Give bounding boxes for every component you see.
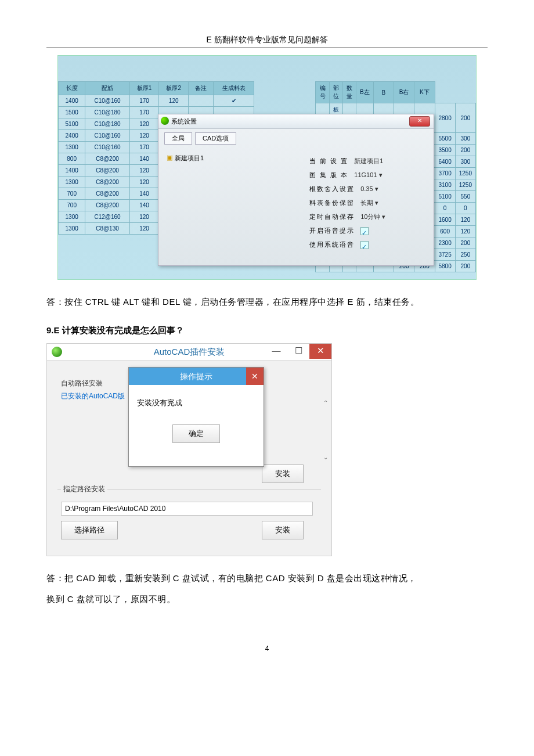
- autosave-label: 定时自动保存: [309, 213, 355, 220]
- table-cell: 1300: [59, 142, 85, 153]
- table-cell: C8@200: [85, 188, 129, 200]
- table-cell: 800: [59, 153, 85, 165]
- answer-9-line1: 答：把 CAD 卸载，重新安装到 C 盘试试，有的电脑把 CAD 安装到 D 盘…: [46, 568, 488, 589]
- table-cell: 700: [59, 188, 85, 200]
- right-col-header: B左: [356, 82, 374, 103]
- modal-ok-button[interactable]: 确定: [172, 424, 220, 443]
- right-col-header: B: [373, 82, 394, 103]
- table-cell: 1250: [455, 179, 475, 191]
- table-cell: C10@180: [85, 118, 129, 130]
- table-cell: 700: [59, 200, 85, 211]
- table-cell: C10@160: [85, 130, 129, 142]
- page-number: 4: [46, 645, 488, 653]
- autosave-dropdown[interactable]: 10分钟: [360, 210, 401, 224]
- right-col-header: B右: [394, 82, 414, 103]
- backup-retention-dropdown[interactable]: 长期: [360, 196, 401, 210]
- table-cell: 6400: [435, 156, 455, 168]
- auto-path-install-label: 自动路径安装: [61, 379, 103, 388]
- table-cell: 200: [455, 237, 475, 249]
- table-cell: 1600: [435, 214, 455, 226]
- table-cell: 120: [129, 177, 159, 188]
- table-cell: 1250: [455, 168, 475, 179]
- close-button[interactable]: ✕: [309, 344, 331, 359]
- table-cell: 140: [129, 153, 159, 165]
- app-icon: [52, 347, 62, 357]
- settings-form: 当 前 设 置 新建项目1 图 集 版 本 11G101 根数舍入设置 0.35…: [309, 154, 401, 251]
- scroll-up-icon[interactable]: ⌃: [323, 399, 328, 406]
- table-cell: C8@200: [85, 200, 129, 211]
- table-cell: 300: [455, 156, 475, 168]
- table-cell: 120: [159, 95, 189, 107]
- dialog-title-text: 系统设置: [171, 118, 197, 125]
- table-cell: 120: [129, 130, 159, 142]
- table-cell: C10@180: [85, 107, 129, 118]
- app-icon: [161, 117, 169, 125]
- rounding-dropdown[interactable]: 0.35: [360, 182, 401, 196]
- backup-retention-label: 料表备份保留: [309, 199, 355, 206]
- project-tree[interactable]: 新建项目1: [167, 154, 204, 163]
- choose-path-button[interactable]: 选择路径: [61, 521, 118, 539]
- table-cell: 5500: [435, 133, 455, 145]
- table-cell: 3500: [435, 145, 455, 156]
- rounding-label: 根数舍入设置: [309, 185, 355, 192]
- right-col-header: 编号: [315, 82, 329, 103]
- table-cell: 140: [129, 200, 159, 211]
- answer-9-line2: 换到 C 盘就可以了，原因不明。: [46, 589, 488, 610]
- table-cell: 200: [455, 103, 475, 133]
- minimize-button[interactable]: —: [265, 344, 287, 359]
- modal-body: 安装没有完成 确定: [129, 385, 264, 449]
- table-cell: 120: [455, 214, 475, 226]
- install-path-field[interactable]: D:\Program Files\AutoCAD 2010: [61, 502, 313, 516]
- window-buttons: — ☐ ✕: [265, 344, 331, 359]
- table-cell: 2300: [435, 237, 455, 249]
- table-cell: C8@200: [85, 177, 129, 188]
- table-cell: 1300: [59, 211, 85, 223]
- current-settings-value: 新建项目1: [354, 154, 395, 168]
- close-button[interactable]: ✕: [409, 116, 430, 127]
- table-cell: 1400: [59, 95, 85, 107]
- modal-close-button[interactable]: ✕: [246, 368, 264, 385]
- tab-cad-options[interactable]: CAD选项: [195, 132, 236, 145]
- atlas-version-dropdown[interactable]: 11G101: [354, 168, 395, 182]
- table-cell: 120: [129, 165, 159, 177]
- right-col-header: K下: [414, 82, 435, 103]
- table-cell: 300: [455, 133, 475, 145]
- tab-global[interactable]: 全局: [164, 132, 192, 145]
- table-cell: 1300: [59, 177, 85, 188]
- left-col-header: 备注: [189, 82, 214, 95]
- folder-icon: [167, 154, 175, 161]
- scroll-down-icon[interactable]: ⌄: [323, 454, 328, 460]
- screenshot-plugin-install: AutoCAD插件安装 — ☐ ✕ 自动路径安装 已安装的AutoCAD版 ⌃ …: [46, 343, 332, 556]
- table-row[interactable]: 1400C10@160170120✔: [59, 95, 254, 107]
- table-cell: 5100: [59, 118, 85, 130]
- voice-prompt-checkbox[interactable]: [360, 227, 369, 235]
- table-cell: 200: [455, 145, 475, 156]
- window-titlebar: AutoCAD插件安装 — ☐ ✕: [47, 344, 331, 361]
- left-col-header: 板厚1: [129, 82, 159, 95]
- screenshot-system-settings: 长度 配筋 板厚1 板厚2 备注 生成料表 1400C10@160170120✔…: [57, 55, 477, 280]
- install-button-auto[interactable]: 安装: [262, 465, 304, 483]
- atlas-version-label: 图 集 版 本: [309, 171, 348, 178]
- table-cell: 140: [129, 188, 159, 200]
- table-cell: 120: [129, 223, 159, 235]
- maximize-button[interactable]: ☐: [287, 344, 309, 359]
- system-voice-label: 使用系统语音: [309, 241, 355, 248]
- table-cell: C10@160: [85, 95, 129, 107]
- install-button-path[interactable]: 安装: [262, 521, 304, 539]
- table-cell: 3725: [435, 249, 455, 261]
- current-settings-label: 当 前 设 置: [309, 157, 348, 164]
- tree-item-label[interactable]: 新建项目1: [175, 154, 204, 161]
- table-cell: 550: [455, 191, 475, 203]
- question-9-heading: 9.E 计算安装没有完成是怎么回事？: [46, 325, 488, 336]
- table-cell: 120: [129, 211, 159, 223]
- table-cell: 3700: [435, 168, 455, 179]
- specify-path-install-label: 指定路径安装: [61, 484, 107, 494]
- table-cell: C8@200: [85, 165, 129, 177]
- operation-hint-modal: 操作提示 ✕ 安装没有完成 确定: [128, 367, 264, 467]
- system-voice-checkbox[interactable]: [360, 241, 369, 249]
- table-cell: 5100: [435, 191, 455, 203]
- dialog-titlebar: 系统设置 ✕: [158, 114, 434, 129]
- table-cell: 170: [129, 95, 159, 107]
- modal-title-text: 操作提示: [180, 372, 212, 381]
- table-cell: C8@130: [85, 223, 129, 235]
